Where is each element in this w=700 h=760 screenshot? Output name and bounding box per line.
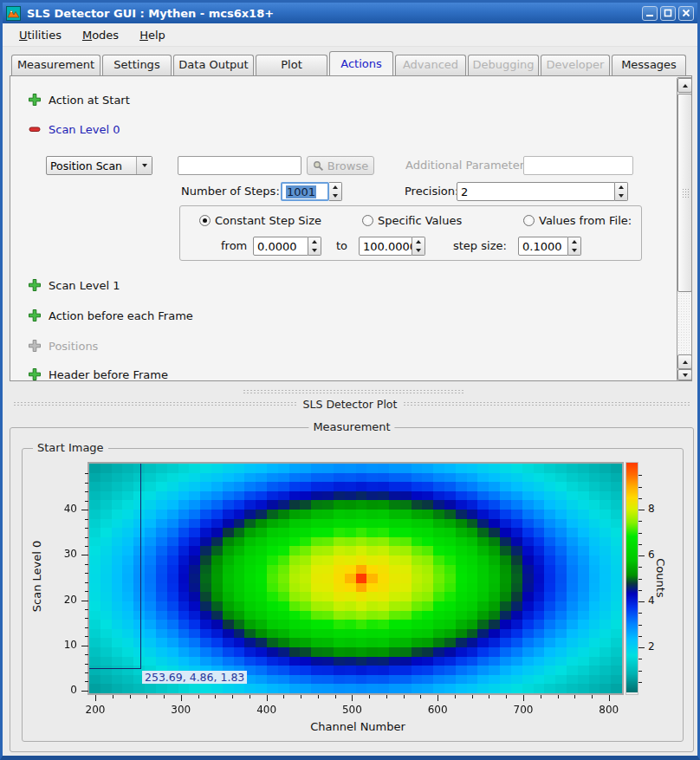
step-size-spinbox[interactable]: 0.1000 (518, 237, 581, 256)
scrollbar-track[interactable] (677, 292, 692, 354)
cursor-readout: 253.69, 4.86, 1.83 (142, 671, 247, 684)
scroll-up-button[interactable] (677, 78, 692, 93)
x-minor-tick (404, 695, 405, 698)
vertical-scrollbar[interactable] (677, 77, 692, 381)
x-minor-tick (113, 695, 113, 698)
header-before-frame-label[interactable]: Header before Frame (49, 368, 168, 381)
add-scan-level-1-icon[interactable] (28, 278, 42, 292)
scrollbar-thumb[interactable] (677, 94, 692, 292)
zoom-selection-rect (89, 464, 141, 669)
x-minor-tick (335, 695, 336, 698)
tab-messages[interactable]: Messages (612, 55, 686, 75)
radio-constant-step-size[interactable] (199, 215, 211, 226)
action-at-start-label[interactable]: Action at Start (49, 94, 130, 107)
radio-values-from-file[interactable] (523, 215, 535, 226)
step-spin-up-button[interactable] (568, 237, 580, 246)
scroll-up-button-2[interactable] (677, 354, 692, 369)
y-minor-tick (85, 573, 88, 574)
tab-data-output[interactable]: Data Output (173, 55, 254, 75)
menu-help[interactable]: Help (132, 26, 173, 44)
tab-plot[interactable]: Plot (256, 55, 327, 75)
remove-scan-level-0-icon[interactable] (28, 122, 42, 136)
precision-spin-up-button[interactable] (615, 183, 627, 192)
colorbar-minor-tick (638, 475, 642, 476)
precision-value[interactable]: 2 (457, 182, 615, 201)
x-major-tick (609, 695, 610, 701)
x-minor-tick (283, 695, 284, 698)
y-minor-tick (85, 609, 88, 610)
scan-level-0-label[interactable]: Scan Level 0 (49, 123, 120, 136)
colorbar-tick-label: 2 (648, 640, 669, 653)
plot-area: Scan Level 0 253.69, 4.86, 1.83 Channel … (23, 449, 683, 742)
precision-spinbox[interactable]: 2 (457, 182, 628, 201)
heatmap-canvas[interactable] (89, 464, 622, 693)
tab-settings[interactable]: Settings (102, 55, 172, 75)
specific-values-label[interactable]: Specific Values (378, 214, 462, 227)
menu-utilities[interactable]: Utilities (11, 26, 69, 44)
dock-handle-left[interactable] (13, 401, 297, 407)
splitter-handle[interactable] (243, 389, 464, 393)
tab-measurement[interactable]: Measurement (11, 55, 100, 75)
y-minor-tick (85, 483, 88, 484)
step-mode-group: Constant Step Size Specific Values Value… (179, 205, 642, 261)
tab-actions[interactable]: Actions (329, 51, 393, 75)
precision-spin-down-button[interactable] (615, 192, 627, 200)
x-axis-title: Channel Number (224, 720, 492, 733)
y-major-tick (81, 510, 88, 510)
x-tick-label: 600 (420, 704, 455, 716)
x-tick-label: 300 (164, 704, 198, 716)
from-spin-up-button[interactable] (308, 237, 321, 246)
to-value[interactable]: 100.0000 (359, 237, 412, 256)
radio-specific-values[interactable] (362, 215, 373, 226)
scan-level-1-label[interactable]: Scan Level 1 (49, 279, 120, 292)
y-minor-tick (85, 627, 88, 628)
x-major-tick (523, 695, 524, 701)
colorbar-canvas (626, 463, 638, 692)
to-spin-down-button[interactable] (412, 246, 425, 255)
constant-step-size-label[interactable]: Constant Step Size (215, 214, 321, 227)
y-minor-tick (85, 519, 88, 520)
from-spinbox[interactable]: 0.0000 (253, 237, 321, 256)
menu-bar: UtilitiesModesHelp (3, 23, 697, 47)
y-minor-tick (85, 591, 88, 592)
x-tick-label: 200 (78, 704, 113, 716)
to-spin-up-button[interactable] (412, 237, 425, 246)
number-of-steps-spinbox[interactable]: 1001 (281, 182, 342, 201)
minimize-button[interactable] (642, 6, 658, 21)
maximize-button[interactable] (660, 6, 676, 21)
colorbar-minor-tick (638, 682, 642, 683)
x-minor-tick (420, 695, 421, 698)
steps-spin-down-button[interactable] (329, 192, 341, 200)
scan-script-input[interactable] (178, 156, 301, 175)
dock-handle-right[interactable] (403, 401, 690, 407)
chevron-down-icon[interactable] (136, 157, 152, 174)
action-before-frame-label[interactable]: Action before each Frame (49, 309, 193, 322)
from-value[interactable]: 0.0000 (253, 237, 308, 256)
x-minor-tick (455, 695, 456, 698)
x-major-tick (95, 695, 96, 701)
colorbar-major-tick (638, 510, 645, 510)
x-minor-tick (574, 695, 575, 698)
add-action-icon[interactable] (28, 93, 42, 107)
steps-spin-up-button[interactable] (329, 183, 341, 192)
to-spinbox[interactable]: 100.0000 (359, 237, 425, 256)
scroll-down-button[interactable] (677, 369, 692, 380)
values-from-file-label[interactable]: Values from File: (539, 214, 632, 227)
title-bar[interactable]: SLS Detector GUI : Mythen - mcs6x18+ (3, 3, 697, 23)
from-spin-down-button[interactable] (308, 246, 321, 255)
plot-dock-title: SLS Detector Plot (299, 398, 401, 411)
scan-mode-select[interactable]: Position Scan (46, 156, 152, 175)
add-action-before-frame-icon[interactable] (28, 309, 42, 322)
add-header-before-frame-icon[interactable] (28, 367, 42, 381)
step-spin-down-button[interactable] (568, 246, 580, 255)
x-minor-tick (198, 695, 199, 698)
number-of-steps-value[interactable]: 1001 (286, 185, 316, 198)
step-size-value[interactable]: 0.1000 (518, 237, 568, 256)
scan-mode-value: Position Scan (47, 157, 136, 174)
x-tick-label: 800 (592, 704, 626, 716)
menu-modes[interactable]: Modes (75, 26, 126, 44)
heatmap-frame: 253.69, 4.86, 1.83 (88, 462, 624, 695)
y-minor-tick (85, 618, 88, 619)
close-button[interactable] (678, 6, 694, 21)
colorbar-minor-tick (638, 533, 642, 534)
